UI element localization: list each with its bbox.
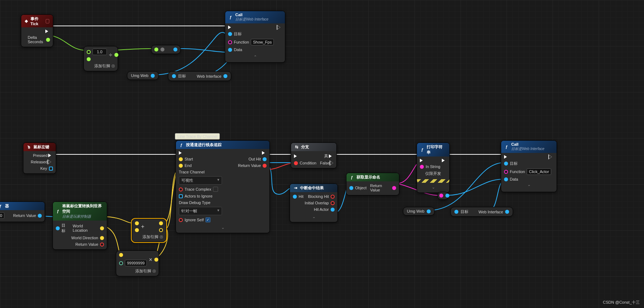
node-convert-mouse[interactable]: ƒ 将鼠标位置转换到世界空间目标是玩家控制器 目标World Location … (53, 201, 107, 250)
obj-in-pin[interactable] (56, 226, 60, 230)
float-in-pin[interactable] (119, 261, 123, 265)
obj-in-pin[interactable] (172, 74, 176, 78)
obj-out-pin[interactable] (445, 194, 449, 198)
node-print-string[interactable]: ƒ打印字符串 In String 仅限开发 ⌄ (417, 142, 450, 193)
struct-out-pin[interactable] (263, 157, 267, 161)
str-in-pin[interactable] (420, 165, 424, 169)
vec-in-pin[interactable] (179, 157, 183, 161)
bool-out-pin[interactable] (100, 243, 104, 246)
obj-out-pin[interactable] (223, 74, 227, 78)
obj-in-pin[interactable] (228, 48, 232, 52)
array-in-pin[interactable] (179, 194, 183, 198)
str-in-pin[interactable] (228, 40, 232, 44)
node-web-interface-ref-2[interactable]: 目标 Web Interface (450, 207, 513, 217)
obj-in-pin[interactable] (504, 177, 508, 181)
wildcard-pin[interactable] (160, 47, 164, 51)
float-out-pin[interactable] (46, 38, 50, 42)
exec-out-pin[interactable] (549, 155, 554, 159)
expand-toggle[interactable]: ⌃ (504, 184, 554, 189)
exec-out-pin[interactable] (277, 26, 282, 29)
vec-out-pin[interactable] (100, 236, 104, 240)
exec-out-pin[interactable] (45, 30, 50, 33)
obj-in-pin[interactable] (228, 32, 232, 36)
trace-channel-select[interactable]: 可视性 (179, 176, 222, 185)
vec-out-pin[interactable] (154, 258, 158, 262)
float-out-pin[interactable] (114, 53, 118, 57)
node-multiply[interactable]: 99999999 × 添加引脚+ (116, 250, 159, 276)
exec-in-pin[interactable] (504, 155, 509, 159)
exec-out-pin[interactable] (329, 154, 334, 158)
vec-out-pin[interactable] (159, 221, 163, 225)
vec-in-pin[interactable] (135, 228, 139, 232)
node-to-json[interactable] (437, 192, 448, 200)
node-event-tick[interactable]: ◆ 事件Tick Delta Seconds (21, 14, 53, 47)
exec-out-pin[interactable] (48, 154, 53, 157)
expand-toggle[interactable]: ⌃ (228, 55, 282, 59)
float-in-pin[interactable] (87, 57, 91, 61)
function-value[interactable]: Click_Actor (527, 168, 551, 175)
bool-out-pin[interactable] (263, 164, 267, 168)
expand-toggle[interactable]: ⌄ (420, 185, 446, 190)
struct-in-pin[interactable] (293, 195, 297, 199)
obj-out-pin[interactable] (38, 214, 42, 218)
node-player-controller[interactable]: ƒ器 0Return Value (0, 201, 45, 222)
node-call-right[interactable]: ƒCall目标是Web Interface 目标 FunctionClick_A… (501, 140, 557, 192)
draw-debug-select[interactable]: 针对一帧 (179, 207, 222, 215)
node-break-hit[interactable]: ⇥中断命中结果 HitBlocking Hit Initial Overlap … (290, 184, 338, 222)
str-in-pin[interactable] (439, 194, 443, 198)
bool-out-pin[interactable] (331, 195, 335, 199)
str-out-pin[interactable] (392, 186, 396, 190)
float-in-pin[interactable] (154, 47, 158, 51)
obj-out-pin[interactable] (427, 209, 431, 213)
float-in-pin[interactable] (87, 50, 91, 54)
checkbox[interactable] (213, 187, 218, 192)
obj-in-pin[interactable] (504, 162, 508, 166)
vec-out-pin[interactable] (159, 228, 163, 232)
expand-toggle[interactable]: ⌄ (179, 225, 267, 230)
exec-in-pin[interactable] (179, 151, 183, 155)
node-divide[interactable]: 1.0 ÷ 添加引脚+ (83, 46, 118, 71)
obj-in-pin[interactable] (349, 186, 353, 190)
expand-toggle[interactable]: ⌄ (293, 214, 335, 219)
variable-umg-web-2[interactable]: Umg Web (403, 207, 435, 216)
exec-out-pin[interactable] (48, 160, 53, 164)
exec-in-pin[interactable] (294, 154, 299, 158)
vec-in-pin[interactable] (179, 164, 183, 168)
obj-in-pin[interactable] (454, 210, 458, 214)
obj-out-pin[interactable] (173, 47, 177, 51)
obj-out-pin[interactable] (151, 74, 155, 78)
exec-out-pin[interactable] (330, 161, 335, 165)
value-input[interactable]: 99999999 (125, 260, 147, 266)
bool-in-pin[interactable] (294, 161, 298, 165)
node-left-mouse[interactable]: 🖱 鼠标左键 Pressed Released Key (23, 142, 56, 174)
node-call-top[interactable]: ƒ Call目标是Web Interface 目标 FunctionShow_F… (225, 11, 285, 63)
add-pin-button[interactable]: + (153, 270, 156, 273)
bool-in-pin[interactable] (179, 218, 183, 222)
str-in-pin[interactable] (504, 170, 508, 174)
bool-in-pin[interactable] (179, 187, 183, 191)
exec-in-pin[interactable] (228, 26, 233, 29)
variable-umg-web[interactable]: Umg Web (127, 71, 159, 80)
index-input[interactable]: 0 (0, 212, 4, 219)
obj-out-pin[interactable] (331, 208, 335, 212)
add-pin-button[interactable]: + (112, 64, 115, 68)
bool-out-pin[interactable] (331, 201, 335, 205)
node-branch[interactable]: ⇆分支 真 ConditionFalse (291, 142, 337, 168)
add-pin-button[interactable]: + (160, 235, 163, 239)
key-out-pin[interactable] (49, 167, 53, 171)
node-get-display-name[interactable]: ƒ获取显示命名 ObjectReturn Value (346, 173, 399, 195)
node-line-trace[interactable]: ƒ 按通道进行线条追踪 StartOut Hit EndReturn Value… (176, 140, 270, 233)
exec-out-pin[interactable] (442, 159, 446, 162)
node-add-vector[interactable]: + 添加引脚+ (132, 219, 166, 242)
node-web-interface-ref[interactable]: 目标 Web Interface (168, 71, 231, 81)
node-make-json[interactable] (151, 45, 181, 54)
checkbox[interactable]: ✓ (205, 217, 210, 222)
obj-out-pin[interactable] (505, 210, 509, 214)
value-input[interactable]: 1.0 (92, 49, 107, 55)
exec-in-pin[interactable] (420, 159, 425, 162)
vec-in-pin[interactable] (119, 253, 123, 257)
function-value[interactable]: Show_Fps (251, 39, 274, 45)
vec-in-pin[interactable] (135, 221, 139, 225)
exec-out-pin[interactable] (262, 151, 267, 155)
blueprint-canvas[interactable]: ◆ 事件Tick Delta Seconds 1.0 ÷ 添加引脚+ ƒ Cal… (0, 0, 644, 308)
